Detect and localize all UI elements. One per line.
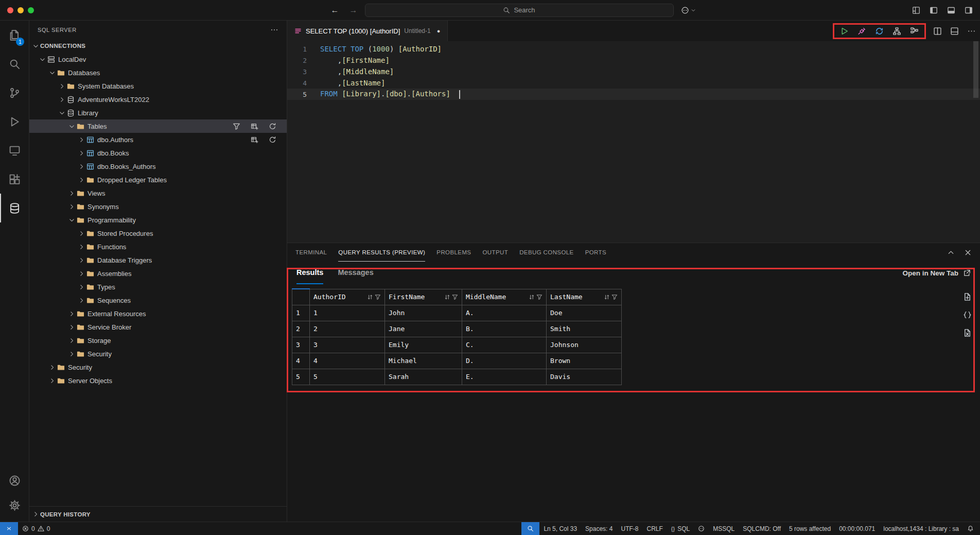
panel-tab-ports[interactable]: PORTS: [585, 243, 606, 262]
filter-icon[interactable]: [611, 294, 618, 300]
cell[interactable]: 3: [310, 337, 385, 353]
more-actions-icon[interactable]: [967, 27, 976, 36]
table-row[interactable]: 22JaneB.Smith: [292, 321, 622, 337]
code-line-2[interactable]: 2 ,[FirstName]: [287, 55, 980, 66]
change-connection-icon[interactable]: [875, 27, 884, 36]
cell[interactable]: D.: [462, 353, 547, 369]
tree-item-dbo-books-authors[interactable]: dbo.Books_Authors: [29, 160, 287, 173]
status-copilot[interactable]: [694, 522, 709, 535]
sort-icon[interactable]: [444, 294, 450, 300]
table-row[interactable]: 11JohnA.Doe: [292, 305, 622, 321]
status-connection-info[interactable]: localhost,1434 : Library : sa: [879, 522, 963, 535]
status-language-mode[interactable]: {}SQL: [667, 522, 694, 535]
tree-item-server-objects[interactable]: Server Objects: [29, 374, 287, 387]
tree-item-database-triggers[interactable]: Database Triggers: [29, 253, 287, 267]
copilot-button[interactable]: [681, 6, 696, 14]
panel-tab-problems[interactable]: PROBLEMS: [436, 243, 471, 262]
cell[interactable]: John: [385, 305, 462, 321]
search-input[interactable]: Search: [365, 4, 674, 17]
code-line-1[interactable]: 1SELECT TOP (1000) [AuthorID]: [287, 43, 980, 55]
results-grid[interactable]: AuthorIDFirstNameMiddleNameLastName11Joh…: [292, 288, 622, 385]
status-remote[interactable]: [0, 522, 18, 535]
toggle-panel-bottom-icon[interactable]: [947, 6, 955, 14]
status-zoom[interactable]: [521, 522, 539, 535]
sort-icon[interactable]: [529, 294, 535, 300]
tree-item-databases[interactable]: Databases: [29, 66, 287, 79]
save-excel-icon[interactable]: [963, 329, 972, 337]
panel-tab-output[interactable]: OUTPUT: [482, 243, 508, 262]
status-query-duration[interactable]: 00:00:00.071: [835, 522, 879, 535]
chevron-up-icon[interactable]: [947, 249, 955, 256]
cell[interactable]: Sarah: [385, 369, 462, 385]
cell[interactable]: A.: [462, 305, 547, 321]
close-icon[interactable]: [964, 249, 972, 256]
activity-item-source-control[interactable]: [0, 78, 29, 107]
tree-item-system-databases[interactable]: System Databases: [29, 79, 287, 93]
toggle-sidebar-right-icon[interactable]: [965, 6, 973, 14]
run-query-icon[interactable]: [840, 27, 849, 36]
refresh-icon[interactable]: [269, 123, 276, 130]
save-csv-icon[interactable]: [963, 292, 972, 301]
table-row[interactable]: 33EmilyC.Johnson: [292, 337, 622, 353]
tree-item-synonyms[interactable]: Synonyms: [29, 200, 287, 213]
select-all-corner[interactable]: [292, 289, 310, 305]
row-number[interactable]: 3: [292, 337, 310, 353]
filter-icon[interactable]: [375, 294, 381, 300]
results-tab-results[interactable]: Results: [296, 262, 323, 284]
row-number[interactable]: 2: [292, 321, 310, 337]
editor-scrollbar[interactable]: [973, 41, 978, 98]
refresh-icon[interactable]: [269, 136, 276, 144]
status-sqlcmd[interactable]: SQLCMD: Off: [739, 522, 785, 535]
editor[interactable]: 1SELECT TOP (1000) [AuthorID]2 ,[FirstNa…: [287, 41, 980, 243]
tree-item-adventureworkslt2022[interactable]: AdventureWorksLT2022: [29, 93, 287, 106]
status-encoding[interactable]: UTF-8: [617, 522, 642, 535]
filter-icon[interactable]: [233, 123, 240, 130]
cell[interactable]: 1: [310, 305, 385, 321]
column-header-firstname[interactable]: FirstName: [385, 289, 462, 305]
cell[interactable]: Johnson: [547, 337, 622, 353]
estimated-plan-icon[interactable]: [892, 27, 901, 36]
activity-item-run-debug[interactable]: [0, 107, 29, 136]
activity-item-explorer[interactable]: 1: [0, 21, 29, 49]
toggle-sqlcmd-icon[interactable]: [910, 27, 919, 36]
cell[interactable]: E.: [462, 369, 547, 385]
status-indentation[interactable]: Spaces: 4: [581, 522, 617, 535]
cell[interactable]: Smith: [547, 321, 622, 337]
filter-icon[interactable]: [452, 294, 458, 300]
cell[interactable]: Davis: [547, 369, 622, 385]
cell[interactable]: 2: [310, 321, 385, 337]
status-rows-affected[interactable]: 5 rows affected: [785, 522, 835, 535]
cell[interactable]: Michael: [385, 353, 462, 369]
save-json-icon[interactable]: [963, 310, 972, 319]
tree-item-views[interactable]: Views: [29, 186, 287, 200]
customize-layout-icon[interactable]: [912, 6, 920, 14]
close-window-button[interactable]: [7, 7, 13, 13]
panel-tab-terminal[interactable]: TERMINAL: [295, 243, 327, 262]
status-notifications[interactable]: [963, 522, 978, 535]
tree-item-programmability[interactable]: Programmability: [29, 213, 287, 227]
new-table-icon[interactable]: [251, 123, 258, 130]
tree-item-storage[interactable]: Storage: [29, 334, 287, 347]
tree-item-dbo-authors[interactable]: dbo.Authors: [29, 133, 287, 146]
status-problems[interactable]: 00: [18, 522, 54, 535]
tree-item-external-resources[interactable]: External Resources: [29, 307, 287, 320]
activity-item-remote-explorer[interactable]: [0, 136, 29, 165]
editor-tab[interactable]: SELECT TOP (1000) [AuthorID] Untitled-1 …: [287, 21, 448, 41]
tree-item-dropped-ledger-tables[interactable]: Dropped Ledger Tables: [29, 173, 287, 186]
open-in-new-tab-button[interactable]: Open in New Tab: [902, 262, 971, 284]
unsaved-changes-indicator[interactable]: ●: [437, 28, 441, 34]
column-header-authorid[interactable]: AuthorID: [310, 289, 385, 305]
maximize-window-button[interactable]: [28, 7, 34, 13]
sort-icon[interactable]: [367, 294, 373, 300]
table-row[interactable]: 55SarahE.Davis: [292, 369, 622, 385]
connections-section-header[interactable]: CONNECTIONS: [29, 39, 287, 53]
tree-item-tables[interactable]: Tables: [29, 119, 287, 133]
activity-item-search[interactable]: [0, 49, 29, 78]
nav-forward-icon[interactable]: →: [349, 6, 358, 14]
cell[interactable]: C.: [462, 337, 547, 353]
sort-icon[interactable]: [604, 294, 610, 300]
filter-icon[interactable]: [536, 294, 542, 300]
activity-item-settings[interactable]: [0, 493, 29, 517]
tree-item-sequences[interactable]: Sequences: [29, 294, 287, 307]
row-number[interactable]: 5: [292, 369, 310, 385]
